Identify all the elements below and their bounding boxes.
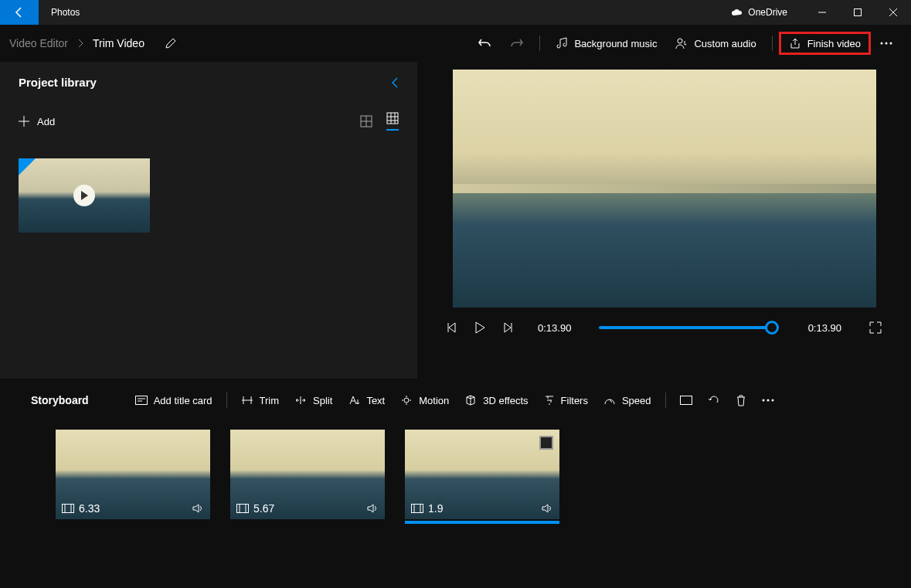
next-frame-button[interactable]: [502, 322, 513, 333]
finish-video-button[interactable]: Finish video: [779, 32, 871, 55]
custom-audio-label: Custom audio: [694, 38, 756, 49]
pencil-icon: [165, 37, 177, 49]
used-indicator-icon: [19, 158, 36, 175]
text-label: Text: [366, 395, 385, 406]
svg-rect-9: [680, 396, 692, 405]
app-title: Photos: [51, 7, 80, 18]
storyboard-clip[interactable]: 1.9: [405, 430, 559, 519]
title-card-icon: [135, 396, 148, 405]
volume-icon: [192, 503, 204, 514]
grid-large-icon: [360, 115, 372, 127]
svg-point-11: [767, 399, 769, 402]
svg-rect-0: [855, 9, 862, 16]
motion-label: Motion: [419, 395, 449, 406]
svg-point-3: [886, 42, 888, 45]
split-button[interactable]: Split: [287, 390, 340, 411]
window-controls: [804, 0, 911, 25]
svg-point-10: [762, 399, 764, 402]
video-preview[interactable]: [453, 70, 876, 308]
motion-icon: [400, 394, 413, 406]
title-bar: Photos OneDrive: [0, 0, 911, 25]
fullscreen-button[interactable]: [869, 321, 882, 334]
clip-select-checkbox[interactable]: [539, 436, 553, 450]
svg-point-1: [678, 39, 682, 43]
library-clip-thumbnail[interactable]: [19, 158, 150, 233]
clip-duration: 6.33: [79, 502, 100, 515]
fullscreen-icon: [869, 321, 882, 334]
text-button[interactable]: Text: [340, 390, 393, 411]
add-title-card-button[interactable]: Add title card: [127, 390, 220, 411]
rotate-icon: [708, 394, 720, 406]
volume-icon: [541, 503, 553, 514]
trim-button[interactable]: Trim: [233, 390, 287, 411]
speed-icon: [603, 395, 616, 406]
step-forward-icon: [502, 322, 513, 333]
back-button[interactable]: [0, 0, 39, 25]
undo-icon: [478, 36, 491, 50]
onedrive-status[interactable]: OneDrive: [731, 7, 787, 18]
storyboard-more-button[interactable]: [754, 394, 782, 406]
collapse-library-button[interactable]: [391, 76, 399, 89]
svg-point-8: [404, 398, 409, 403]
delete-button[interactable]: [728, 389, 754, 411]
player-controls: 0:13.90 0:13.90: [440, 321, 888, 334]
split-icon: [294, 396, 307, 405]
speed-button[interactable]: Speed: [596, 390, 659, 411]
seek-thumb[interactable]: [765, 321, 779, 335]
filters-button[interactable]: Filters: [536, 390, 596, 411]
bg-music-label: Background music: [574, 38, 657, 49]
breadcrumb: Video Editor Trim Video: [9, 37, 177, 49]
background-music-button[interactable]: Background music: [546, 31, 666, 56]
play-button[interactable]: [474, 321, 485, 334]
minimize-button[interactable]: [804, 0, 840, 25]
chevron-right-icon: [77, 39, 83, 48]
seek-slider[interactable]: [599, 326, 772, 329]
svg-point-12: [771, 399, 773, 402]
film-icon: [411, 504, 423, 513]
add-media-button[interactable]: Add: [19, 116, 55, 127]
add-label: Add: [37, 116, 55, 127]
cloud-icon: [731, 8, 743, 16]
play-overlay-icon: [73, 185, 95, 206]
split-label: Split: [313, 395, 332, 406]
breadcrumb-current: Trim Video: [93, 37, 144, 49]
text-icon: [348, 395, 360, 406]
title-card-label: Add title card: [154, 395, 212, 406]
clip-duration: 5.67: [253, 502, 274, 515]
resize-button[interactable]: [672, 391, 700, 410]
trash-icon: [736, 394, 746, 406]
finish-video-label: Finish video: [807, 38, 861, 49]
filters-label: Filters: [561, 395, 588, 406]
trim-label: Trim: [260, 395, 280, 406]
play-icon: [474, 321, 485, 334]
breadcrumb-root[interactable]: Video Editor: [9, 37, 68, 49]
view-large-button[interactable]: [360, 115, 372, 127]
3d-effects-button[interactable]: 3D effects: [457, 390, 535, 411]
grid-small-icon: [386, 112, 399, 124]
rotate-button[interactable]: [700, 389, 728, 411]
plus-icon: [19, 116, 29, 127]
filters-icon: [544, 395, 555, 406]
svg-point-2: [881, 42, 883, 45]
project-library-panel: Project library Add: [0, 62, 417, 379]
undo-button[interactable]: [468, 30, 501, 56]
storyboard-clip[interactable]: 5.67: [230, 430, 385, 519]
3d-icon: [464, 395, 477, 406]
svg-rect-6: [387, 113, 398, 124]
maximize-button[interactable]: [840, 0, 875, 25]
redo-button[interactable]: [501, 30, 533, 56]
motion-button[interactable]: Motion: [393, 389, 457, 411]
storyboard-clip[interactable]: 6.33: [56, 430, 210, 519]
current-time: 0:13.90: [538, 322, 571, 334]
prev-frame-button[interactable]: [447, 322, 457, 333]
svg-rect-13: [63, 505, 74, 513]
svg-rect-15: [412, 505, 423, 513]
view-small-button[interactable]: [386, 112, 399, 131]
rename-button[interactable]: [165, 37, 177, 49]
more-button[interactable]: [871, 36, 902, 51]
film-icon: [62, 504, 74, 513]
chevron-left-icon: [391, 76, 399, 89]
custom-audio-button[interactable]: Custom audio: [666, 31, 765, 56]
close-button[interactable]: [875, 0, 911, 25]
svg-point-4: [890, 42, 892, 45]
